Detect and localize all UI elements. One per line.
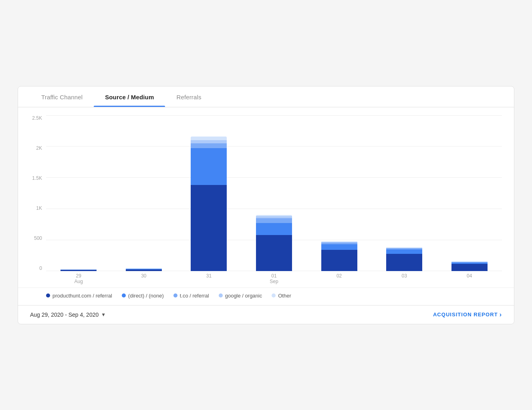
bar-group bbox=[242, 115, 307, 271]
chevron-right-icon: › bbox=[500, 311, 502, 318]
legend-label: t.co / referral bbox=[180, 293, 209, 299]
bar-segment bbox=[191, 140, 227, 143]
stacked-bar bbox=[126, 268, 162, 271]
legend-label: google / organic bbox=[225, 293, 262, 299]
tab-traffic-channel[interactable]: Traffic Channel bbox=[30, 86, 94, 107]
legend-item: producthunt.com / referral bbox=[46, 293, 112, 299]
bar-segment bbox=[191, 185, 227, 271]
chart-area: 2.5K2K1.5K1K5000 29Aug303101Sep020304 bbox=[18, 107, 514, 287]
bar-segment bbox=[256, 223, 292, 235]
x-label-group: 01Sep bbox=[242, 271, 307, 283]
bar-group bbox=[46, 115, 111, 271]
bar-group bbox=[437, 115, 502, 271]
y-axis: 2.5K2K1.5K1K5000 bbox=[26, 115, 46, 283]
legend-dot bbox=[219, 293, 223, 297]
y-axis-label: 2.5K bbox=[32, 115, 42, 121]
legend: producthunt.com / referral(direct) / (no… bbox=[18, 287, 514, 305]
legend-label: (direct) / (none) bbox=[128, 293, 164, 299]
x-label-month: Sep bbox=[270, 279, 278, 284]
chart-container: 2.5K2K1.5K1K5000 29Aug303101Sep020304 bbox=[26, 115, 502, 283]
legend-label: Other bbox=[278, 293, 291, 299]
x-axis: 29Aug303101Sep020304 bbox=[46, 271, 502, 283]
legend-item: t.co / referral bbox=[173, 293, 209, 299]
x-label-day: 04 bbox=[467, 273, 472, 279]
legend-dot bbox=[272, 293, 276, 297]
y-axis-label: 500 bbox=[34, 235, 42, 241]
stacked-bar bbox=[191, 137, 227, 271]
acquisition-report-link[interactable]: ACQUISITION REPORT › bbox=[433, 311, 502, 318]
legend-label: producthunt.com / referral bbox=[52, 293, 112, 299]
bar-segment bbox=[191, 137, 227, 140]
x-label-group: 04 bbox=[437, 271, 502, 283]
date-range-selector[interactable]: Aug 29, 2020 - Sep 4, 2020 ▼ bbox=[30, 312, 106, 318]
x-label-day: 30 bbox=[141, 273, 146, 279]
bar-group bbox=[372, 115, 437, 271]
bar-group bbox=[176, 115, 242, 271]
x-label-group: 29Aug bbox=[46, 271, 111, 283]
bar-group bbox=[111, 115, 177, 271]
x-label-day: 29 bbox=[76, 273, 81, 279]
bar-segment bbox=[451, 264, 488, 271]
x-label-group: 30 bbox=[111, 271, 177, 283]
x-label-day: 01 bbox=[271, 273, 276, 279]
bar-segment bbox=[386, 249, 422, 254]
bar-segment bbox=[386, 254, 422, 271]
x-label-day: 31 bbox=[206, 273, 212, 279]
x-label-group: 02 bbox=[306, 271, 372, 283]
legend-item: Other bbox=[272, 293, 291, 299]
legend-item: (direct) / (none) bbox=[122, 293, 164, 299]
bar-segment bbox=[191, 148, 227, 185]
bar-segment bbox=[191, 143, 227, 148]
x-label-month: Aug bbox=[75, 279, 83, 284]
y-axis-label: 2K bbox=[36, 145, 42, 151]
bar-segment bbox=[321, 250, 357, 271]
tab-referrals[interactable]: Referrals bbox=[165, 86, 212, 107]
date-range-text: Aug 29, 2020 - Sep 4, 2020 bbox=[30, 312, 99, 318]
y-axis-label: 1K bbox=[36, 205, 42, 211]
chart-inner: 29Aug303101Sep020304 bbox=[46, 115, 502, 283]
acquisition-report-label: ACQUISITION REPORT bbox=[433, 312, 498, 318]
bar-group bbox=[306, 115, 372, 271]
stacked-bar bbox=[256, 215, 292, 271]
analytics-card: Traffic ChannelSource / MediumReferrals … bbox=[18, 86, 514, 324]
y-axis-label: 0 bbox=[39, 265, 42, 271]
legend-dot bbox=[46, 293, 50, 297]
footer: Aug 29, 2020 - Sep 4, 2020 ▼ ACQUISITION… bbox=[18, 305, 514, 324]
bar-segment bbox=[256, 218, 292, 223]
legend-item: google / organic bbox=[219, 293, 262, 299]
legend-dot bbox=[122, 293, 126, 297]
x-label-day: 03 bbox=[402, 273, 407, 279]
stacked-bar bbox=[386, 247, 422, 271]
tab-source-medium[interactable]: Source / Medium bbox=[94, 86, 165, 107]
dropdown-icon: ▼ bbox=[101, 312, 106, 318]
stacked-bar bbox=[451, 261, 488, 271]
x-label-day: 02 bbox=[337, 273, 342, 279]
bar-segment bbox=[256, 235, 292, 271]
bar-segment bbox=[321, 244, 357, 250]
legend-dot bbox=[173, 293, 177, 297]
tab-bar: Traffic ChannelSource / MediumReferrals bbox=[18, 86, 514, 107]
x-label-group: 31 bbox=[176, 271, 242, 283]
stacked-bar bbox=[321, 241, 357, 271]
y-axis-label: 1.5K bbox=[32, 175, 42, 181]
bars-area bbox=[46, 115, 502, 271]
x-label-group: 03 bbox=[372, 271, 437, 283]
